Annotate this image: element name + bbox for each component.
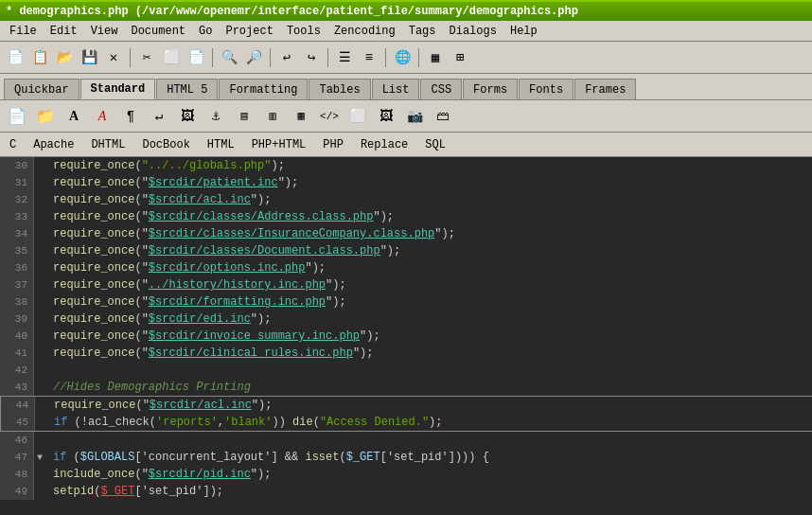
snip-html[interactable]: HTML xyxy=(202,137,240,152)
snip-dhtml[interactable]: DHTML xyxy=(85,137,131,152)
new-btn[interactable]: 📄 xyxy=(4,46,26,69)
fold-47[interactable]: ▼ xyxy=(34,453,45,463)
icon-align-left[interactable]: ▤ xyxy=(231,104,257,129)
find-btn[interactable]: 🔍 xyxy=(218,46,240,69)
icon-image[interactable]: 🖼 xyxy=(174,104,201,129)
line-49: 49 setpid($_GET['set_pid']); xyxy=(0,483,812,500)
snip-sql[interactable]: SQL xyxy=(419,137,451,152)
menu-bar: File Edit View Document Go Project Tools… xyxy=(0,21,812,42)
copy2-btn[interactable]: ⬜ xyxy=(160,46,183,69)
menu-file[interactable]: File xyxy=(4,23,43,40)
icon-bold[interactable]: A xyxy=(61,104,87,129)
tab-tables[interactable]: Tables xyxy=(309,79,370,99)
snip-docbook[interactable]: DocBook xyxy=(136,137,195,152)
line-34: 34 require_once("$srcdir/classes/Insuran… xyxy=(0,225,812,242)
icon-box[interactable]: ⬜ xyxy=(344,104,371,129)
snip-phphtml[interactable]: PHP+HTML xyxy=(246,137,312,152)
paste-btn[interactable]: 📂 xyxy=(53,46,76,69)
line-48: 48 include_once("$srcdir/pid.inc"); xyxy=(0,466,812,483)
icon-align-right[interactable]: ▦ xyxy=(288,104,314,129)
sep4 xyxy=(327,48,328,67)
line-41: 41 require_once("$srcdir/clinical_rules.… xyxy=(0,345,812,362)
tab-html5[interactable]: HTML 5 xyxy=(156,79,218,99)
snip-php[interactable]: PHP xyxy=(317,137,349,152)
line-37: 37 require_once("../history/history.inc.… xyxy=(0,276,812,293)
tab-forms[interactable]: Forms xyxy=(463,79,518,99)
list-btn[interactable]: ☰ xyxy=(333,46,356,69)
icon-anchor[interactable]: ⚓ xyxy=(203,104,229,129)
sep6 xyxy=(418,48,419,67)
title-bar: * demographics.php (/var/www/openemr/int… xyxy=(0,0,812,21)
menu-go[interactable]: Go xyxy=(193,23,218,40)
icon-align-center[interactable]: ▥ xyxy=(259,104,286,129)
tab-quickbar[interactable]: Quickbar xyxy=(4,79,79,99)
menu-help[interactable]: Help xyxy=(504,23,543,40)
save-btn[interactable]: 💾 xyxy=(78,46,100,69)
line-40: 40 require_once("$srcdir/invoice_summary… xyxy=(0,328,812,345)
menu-edit[interactable]: Edit xyxy=(44,23,83,40)
icon-enter[interactable]: ↵ xyxy=(146,104,172,129)
icon-img3[interactable]: 🗃 xyxy=(430,104,456,129)
line-45: 45 if (!acl_check('reports','blank')) di… xyxy=(0,414,812,432)
line-44: 44 require_once("$srcdir/acl.inc"); xyxy=(0,396,812,414)
menu-zencoding[interactable]: Zencoding xyxy=(328,23,401,40)
tab-css[interactable]: CSS xyxy=(420,79,462,99)
undo-btn[interactable]: ↩ xyxy=(275,46,298,69)
line-36: 36 require_once("$srcdir/options.inc.php… xyxy=(0,259,812,276)
sep1 xyxy=(130,48,131,67)
menu-tags[interactable]: Tags xyxy=(403,23,442,40)
menu-document[interactable]: Document xyxy=(125,23,191,40)
line-33: 33 require_once("$srcdir/classes/Address… xyxy=(0,208,812,225)
line-32: 32 require_once("$srcdir/acl.inc"); xyxy=(0,191,812,208)
icon-bar: 📄 📁 A A ¶ ↵ 🖼 ⚓ ▤ ▥ ▦ </> ⬜ 🖼 📷 🗃 xyxy=(0,100,812,133)
tab-list[interactable]: List xyxy=(372,79,420,99)
code-30: require_once("../../globals.php"); xyxy=(45,157,285,174)
toolbar: 📄 📋 📂 💾 ✕ ✂ ⬜ 📄 🔍 🔎 ↩ ↪ ☰ ≡ 🌐 ▦ ⊞ xyxy=(0,42,812,74)
sep2 xyxy=(212,48,213,67)
replace-btn[interactable]: 🔎 xyxy=(242,46,265,69)
tab-formatting[interactable]: Formatting xyxy=(219,79,308,99)
tab-bar: Quickbar Standard HTML 5 Formatting Tabl… xyxy=(0,74,812,100)
editor[interactable]: 30 require_once("../../globals.php"); 31… xyxy=(0,157,812,515)
snip-replace[interactable]: Replace xyxy=(355,137,414,152)
menu-project[interactable]: Project xyxy=(220,23,278,40)
line-39: 39 require_once("$srcdir/edi.inc"); xyxy=(0,311,812,328)
tab-frames[interactable]: Frames xyxy=(574,79,636,99)
icon-page[interactable]: 📄 xyxy=(4,104,30,129)
line-35: 35 require_once("$srcdir/classes/Documen… xyxy=(0,242,812,259)
icon-paragraph[interactable]: ¶ xyxy=(117,104,144,129)
list2-btn[interactable]: ≡ xyxy=(358,46,380,69)
sep3 xyxy=(270,48,271,67)
close-btn[interactable]: ✕ xyxy=(102,46,125,69)
line-42: 42 xyxy=(0,362,812,379)
line-46: 46 xyxy=(0,432,812,449)
icon-img-placeholder[interactable]: 🖼 xyxy=(373,104,399,129)
line-31: 31 require_once("$srcdir/patient.inc"); xyxy=(0,174,812,191)
menu-dialogs[interactable]: Dialogs xyxy=(444,23,503,40)
cut-btn[interactable]: ✂ xyxy=(135,46,158,69)
linenum-30: 30 xyxy=(0,157,34,174)
line-47: 47 ▼ if ($GLOBALS['concurrent_layout'] &… xyxy=(0,449,812,466)
snip-apache[interactable]: Apache xyxy=(27,137,79,152)
line-43: 43 //Hides Demographics Printing xyxy=(0,379,812,396)
snip-c[interactable]: C xyxy=(4,137,22,152)
indent-btn[interactable]: ⊞ xyxy=(449,46,471,69)
table-btn[interactable]: ▦ xyxy=(424,46,447,69)
line-38: 38 require_once("$srcdir/formatting.inc.… xyxy=(0,293,812,311)
icon-italic[interactable]: A xyxy=(89,104,115,129)
copy-btn[interactable]: 📋 xyxy=(28,46,51,69)
paste2-btn[interactable]: 📄 xyxy=(185,46,207,69)
icon-img2[interactable]: 📷 xyxy=(401,104,428,129)
globe-btn[interactable]: 🌐 xyxy=(391,46,414,69)
tab-standard[interactable]: Standard xyxy=(80,79,156,99)
icon-code[interactable]: </> xyxy=(316,104,343,129)
line-30: 30 require_once("../../globals.php"); xyxy=(0,157,812,174)
menu-view[interactable]: View xyxy=(85,23,124,40)
menu-tools[interactable]: Tools xyxy=(281,23,327,40)
snippet-bar: C Apache DHTML DocBook HTML PHP+HTML PHP… xyxy=(0,133,812,157)
sep5 xyxy=(385,48,386,67)
title-text: * demographics.php (/var/www/openemr/int… xyxy=(6,5,578,18)
tab-fonts[interactable]: Fonts xyxy=(519,79,574,99)
redo-btn[interactable]: ↪ xyxy=(300,46,323,69)
icon-file[interactable]: 📁 xyxy=(32,104,59,129)
